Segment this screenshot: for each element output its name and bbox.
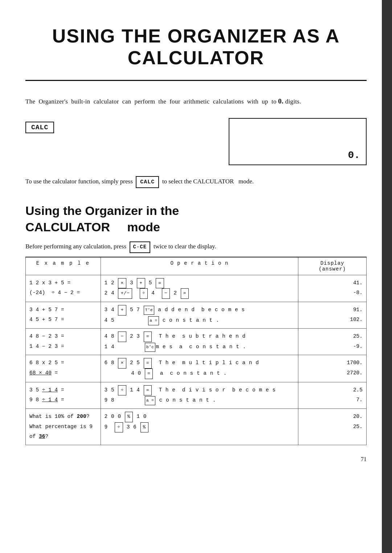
page-number: 71 <box>25 456 367 463</box>
key-eq-1[interactable]: = <box>156 278 164 289</box>
operation-cell-5: 3 5 ÷ 1 4 = T h e d i v i s o r b e c o … <box>101 382 298 408</box>
table-header-display: Display(answer) <box>298 257 367 275</box>
key-minus-3[interactable]: − <box>118 332 126 342</box>
key-bec-3[interactable]: bʼc <box>145 343 155 352</box>
example-cell-5: 3 5 ÷ 1 4 = 9 8 ÷ 1 4 = <box>26 382 101 408</box>
before-paragraph: Before performing any calculation, press… <box>25 241 367 253</box>
answer-cell-4: 1700.2720. <box>298 355 367 382</box>
key-plus-2[interactable]: + <box>118 305 126 316</box>
table-row: 3 5 ÷ 1 4 = 9 8 ÷ 1 4 = 3 5 ÷ 1 4 = T h … <box>26 382 367 408</box>
operation-cell-3: 4 8 − 2 3 = T h e s u b t r a h e n d 1 … <box>101 329 298 355</box>
key-eq2-4[interactable]: = <box>145 369 153 379</box>
table-header-operation: O p e r a t i o n <box>101 257 298 275</box>
key-div-1[interactable]: ÷ <box>140 288 148 299</box>
key-eq2-1[interactable]: = <box>181 288 189 299</box>
operation-cell-1: 1 2 × 3 + 5 = 2 4 +/− ÷ 4 − 2 = <box>101 275 298 302</box>
page-title-line1: USING THE ORGANIZER AS A <box>33 25 359 47</box>
table-row: 3 4 + 5 7 = 4 5 + 5 7 = 3 4 + 5 7 Tʼe a … <box>26 302 367 328</box>
table-row: 4 8 − 2 3 = 1 4 − 2 3 = 4 8 − 2 3 = T h … <box>26 329 367 355</box>
example-cell-1: 1 2 x 3 + 5 = (-24) ÷ 4 − 2 = <box>26 275 101 302</box>
answer-cell-3: 25.-9. <box>298 329 367 355</box>
title-section: USING THE ORGANIZER AS A CALCULATOR <box>25 15 367 81</box>
calc-key-inline-press[interactable]: CALC <box>136 176 159 188</box>
page-title-line2: CALCULATOR <box>33 47 359 69</box>
operation-cell-4: 6 8 × 2 5 = T h e m u l t i p l i c a n … <box>101 355 298 382</box>
section-heading-line1: Using the Organizer in the <box>25 203 367 219</box>
key-x-4[interactable]: × <box>118 358 126 369</box>
key-div-5[interactable]: ÷ <box>118 385 126 396</box>
key-div-6[interactable]: ÷ <box>115 422 123 433</box>
calculator-display-screen: 0. <box>229 118 367 165</box>
operation-cell-2: 3 4 + 5 7 Tʼe a d d e n d b e c o m e s … <box>101 302 298 328</box>
answer-cell-5: 2.57. <box>298 382 367 408</box>
key-eq-5[interactable]: = <box>144 385 152 396</box>
operation-cell-6: 2 0 0 % 1 0 9 ÷ 3 6 % <box>101 409 298 445</box>
example-cell-4: 6 8 x 2 5 = 68 × 40 = <box>26 355 101 382</box>
key-pct-6a[interactable]: % <box>125 412 133 422</box>
cce-key[interactable]: C·CE <box>130 241 151 253</box>
intro-paragraph: The Organizer's built-in calculator can … <box>25 95 367 107</box>
table-row: What is 10% of 200? What percentage is 9… <box>26 409 367 445</box>
key-eq-4[interactable]: = <box>144 358 152 369</box>
key-the-2[interactable]: Tʼe <box>144 306 154 315</box>
table-row: 6 8 x 2 5 = 68 × 40 = 6 8 × 2 5 = T h e … <box>26 355 367 382</box>
calc-key-demo[interactable]: CALC <box>25 122 54 133</box>
key-pct-6b[interactable]: % <box>140 422 148 433</box>
key-pm-1[interactable]: +/− <box>118 288 132 299</box>
key-minus-1[interactable]: − <box>162 288 170 299</box>
table-row: 1 2 x 3 + 5 = (-24) ÷ 4 − 2 = 1 2 × 3 + … <box>26 275 367 302</box>
calculation-table: E x a m p l e O p e r a t i o n Display(… <box>25 257 367 445</box>
answer-cell-2: 91.102. <box>298 302 367 328</box>
key-plus-1[interactable]: + <box>137 278 145 289</box>
table-header-example: E x a m p l e <box>26 257 101 275</box>
answer-cell-1: 41.-8. <box>298 275 367 302</box>
key-a-eq-5[interactable]: a = <box>145 396 155 405</box>
key-x-1[interactable]: × <box>118 278 126 289</box>
example-cell-2: 3 4 + 5 7 = 4 5 + 5 7 = <box>26 302 101 328</box>
answer-cell-6: 20.25. <box>298 409 367 445</box>
intro-bold-number: 0. <box>278 97 283 105</box>
section-heading-line2: CALCULATOR mode <box>25 219 367 235</box>
display-value: 0. <box>348 150 360 161</box>
calc-demo-row: CALC 0. <box>25 118 367 165</box>
key-a-eq-2[interactable]: a = <box>148 316 159 325</box>
section-heading: Using the Organizer in the CALCULATOR mo… <box>25 203 367 235</box>
right-side-bar <box>382 0 392 553</box>
example-cell-3: 4 8 − 2 3 = 1 4 − 2 3 = <box>26 329 101 355</box>
press-calc-paragraph: To use the calculator function, simply p… <box>25 176 367 188</box>
calc-button-area: CALC <box>25 118 54 133</box>
example-cell-6: What is 10% of 200? What percentage is 9… <box>26 409 101 445</box>
key-eq-3[interactable]: = <box>144 332 152 342</box>
